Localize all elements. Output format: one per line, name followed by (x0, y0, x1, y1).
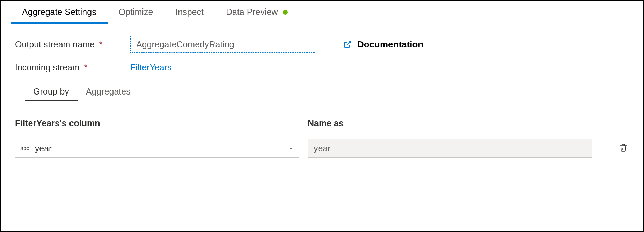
column-select[interactable]: abc year (15, 139, 299, 158)
output-stream-row: Output stream name * Documentation (15, 36, 629, 53)
trash-icon (619, 144, 628, 152)
column-select-left: abc year (20, 143, 52, 154)
name-as-input[interactable] (308, 139, 592, 158)
incoming-stream-label-text: Incoming stream (15, 62, 80, 72)
required-asterisk: * (84, 62, 88, 72)
name-as-header: Name as (308, 118, 592, 128)
tab-aggregate-settings[interactable]: Aggregate Settings (11, 1, 108, 23)
output-stream-input[interactable] (130, 36, 315, 53)
tab-inspect[interactable]: Inspect (164, 1, 215, 23)
sub-tabs: Group by Aggregates (25, 83, 629, 101)
tab-data-preview-label: Data Preview (226, 7, 278, 17)
name-as-col: Name as (308, 118, 592, 158)
documentation-label: Documentation (357, 39, 423, 50)
tab-optimize[interactable]: Optimize (108, 1, 164, 23)
incoming-stream-row: Incoming stream * FilterYears (15, 62, 629, 73)
tab-data-preview[interactable]: Data Preview (215, 1, 299, 23)
add-row-button[interactable] (600, 142, 612, 154)
column-selector-col: FilterYears's column abc year (15, 118, 299, 158)
required-asterisk: * (99, 39, 103, 49)
content-area: Output stream name * Documentation Incom… (1, 23, 643, 170)
top-tabs: Aggregate Settings Optimize Inspect Data… (1, 1, 643, 23)
incoming-stream-label: Incoming stream * (15, 62, 130, 73)
plus-icon (601, 143, 610, 152)
delete-row-button[interactable] (618, 142, 629, 154)
svg-line-0 (347, 41, 351, 45)
output-stream-label: Output stream name * (15, 39, 130, 50)
output-stream-label-text: Output stream name (15, 39, 95, 49)
external-link-icon (343, 40, 352, 48)
group-by-row: FilterYears's column abc year Name as (15, 118, 629, 158)
type-badge-abc: abc (20, 145, 29, 151)
documentation-link[interactable]: Documentation (343, 39, 423, 50)
chevron-down-icon (288, 145, 294, 151)
sub-tab-group-by[interactable]: Group by (25, 83, 78, 101)
status-dot-icon (283, 10, 288, 15)
column-header: FilterYears's column (15, 118, 299, 128)
incoming-stream-value[interactable]: FilterYears (130, 62, 172, 73)
column-select-value: year (35, 143, 52, 154)
sub-tab-aggregates[interactable]: Aggregates (78, 83, 139, 101)
row-actions (600, 118, 629, 158)
